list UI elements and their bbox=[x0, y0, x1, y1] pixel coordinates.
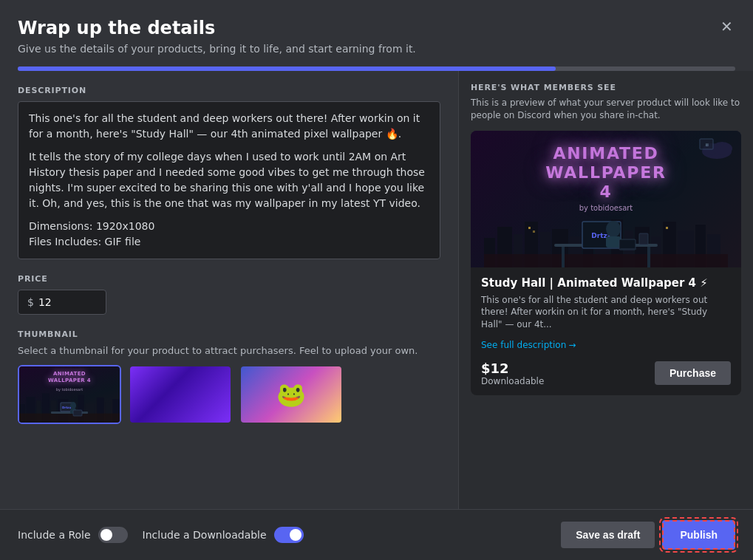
product-card-body: Study Hall | Animated Wallpaper 4 ⚡ This… bbox=[471, 267, 741, 395]
modal-body: DESCRIPTION This one's for all the stude… bbox=[0, 71, 753, 509]
thumb1-figure: Drtza bbox=[47, 395, 92, 421]
thumbnail-label: THUMBNAIL bbox=[18, 329, 440, 339]
include-downloadable-label: Include a Downloadable bbox=[143, 529, 267, 541]
progress-bar-container bbox=[18, 66, 735, 71]
preview-label: HERE'S WHAT MEMBERS SEE bbox=[471, 83, 741, 92]
description-paragraph-3: Dimensions: 1920x1080Files Includes: GIF… bbox=[29, 219, 429, 250]
thumb3-emoji: 🐸 bbox=[276, 380, 306, 409]
top-right-decor: 🖥 bbox=[697, 134, 719, 157]
svg-rect-41 bbox=[528, 227, 531, 229]
modal-header: Wrap up the details Give us the details … bbox=[0, 0, 753, 71]
svg-rect-53 bbox=[639, 233, 648, 245]
thumbnail-item-1[interactable]: ANIMATEDWALLPAPER 4 by tobidoesart bbox=[18, 365, 121, 424]
svg-rect-56 bbox=[619, 239, 636, 250]
price-label: PRICE bbox=[18, 274, 440, 284]
include-role-group: Include a Role bbox=[18, 527, 128, 543]
modal: Wrap up the details Give us the details … bbox=[0, 0, 753, 560]
thumbnail-section: THUMBNAIL Select a thumbnail for your pr… bbox=[18, 329, 440, 424]
product-image-title-line1: ANIMATED bbox=[539, 144, 674, 163]
progress-bar-fill bbox=[18, 66, 556, 71]
save-as-draft-button[interactable]: Save as draft bbox=[561, 522, 655, 548]
svg-point-17 bbox=[70, 402, 76, 409]
svg-rect-47 bbox=[647, 247, 650, 267]
thumbnail-item-3[interactable]: 🐸 bbox=[239, 365, 343, 424]
footer-left: Include a Role Include a Downloadable bbox=[18, 527, 304, 543]
price-input-wrap[interactable]: $ 12 bbox=[18, 290, 106, 315]
include-role-knob bbox=[100, 529, 112, 541]
product-image-title-line2: WALLPAPER 4 bbox=[539, 163, 674, 202]
svg-text:Drtza: Drtza bbox=[62, 406, 72, 409]
currency-symbol: $ bbox=[27, 296, 34, 308]
include-role-label: Include a Role bbox=[18, 529, 91, 541]
price-section: PRICE $ 12 bbox=[18, 274, 440, 315]
thumb1-title: ANIMATEDWALLPAPER 4 bbox=[48, 371, 91, 384]
description-paragraph-1: This one's for all the student and deep … bbox=[29, 111, 429, 142]
arrow-right-icon: → bbox=[568, 340, 576, 350]
preview-description: This is a preview of what your server pr… bbox=[471, 97, 741, 122]
thumbnail-item-2[interactable] bbox=[129, 365, 232, 424]
svg-rect-57 bbox=[620, 248, 636, 250]
left-panel: DESCRIPTION This one's for all the stude… bbox=[0, 71, 458, 509]
thumbnail-grid: ANIMATEDWALLPAPER 4 by tobidoesart bbox=[18, 365, 440, 424]
publish-button[interactable]: Publish bbox=[662, 520, 735, 550]
purchase-button[interactable]: Purchase bbox=[655, 361, 731, 385]
svg-rect-55 bbox=[606, 236, 621, 247]
description-box[interactable]: This one's for all the student and deep … bbox=[18, 101, 440, 259]
product-image-title-block: ANIMATED WALLPAPER 4 by tobidoesart bbox=[539, 144, 674, 212]
close-button[interactable]: ✕ bbox=[715, 15, 738, 38]
description-section: DESCRIPTION This one's for all the stude… bbox=[18, 86, 440, 259]
include-role-toggle[interactable] bbox=[98, 527, 128, 543]
svg-rect-13 bbox=[51, 412, 88, 414]
modal-subtitle: Give us the details of your products, br… bbox=[18, 43, 735, 55]
thumbnail-description: Select a thumbnail for your product to a… bbox=[18, 345, 440, 356]
product-title: Study Hall | Animated Wallpaper 4 ⚡ bbox=[481, 276, 731, 290]
price-row: $12 Downloadable Purchase bbox=[481, 361, 731, 386]
svg-text:🖥: 🖥 bbox=[705, 143, 709, 147]
include-downloadable-toggle[interactable] bbox=[274, 527, 304, 543]
svg-point-54 bbox=[606, 221, 621, 237]
product-image-subtitle: by tobidoesart bbox=[539, 204, 674, 212]
see-full-description-link[interactable]: See full description → bbox=[481, 340, 576, 350]
price-block: $12 Downloadable bbox=[481, 361, 544, 386]
description-label: DESCRIPTION bbox=[18, 86, 440, 95]
price-value: 12 bbox=[38, 296, 52, 308]
product-price: $12 bbox=[481, 361, 544, 376]
modal-title: Wrap up the details bbox=[18, 18, 735, 38]
svg-rect-19 bbox=[73, 410, 82, 416]
svg-rect-46 bbox=[562, 247, 565, 267]
downloadable-label: Downloadable bbox=[481, 376, 544, 386]
right-panel: HERE'S WHAT MEMBERS SEE This is a previe… bbox=[458, 71, 753, 509]
product-card-description: This one's for all the student and deep … bbox=[481, 294, 731, 331]
see-full-desc-text: See full description bbox=[481, 340, 566, 350]
include-downloadable-group: Include a Downloadable bbox=[143, 527, 304, 543]
include-downloadable-knob bbox=[290, 529, 301, 541]
footer-right: Save as draft Publish bbox=[561, 520, 735, 550]
modal-footer: Include a Role Include a Downloadable Sa… bbox=[0, 509, 753, 560]
product-card: ANIMATED WALLPAPER 4 by tobidoesart bbox=[471, 131, 741, 395]
product-image: ANIMATED WALLPAPER 4 by tobidoesart bbox=[471, 131, 741, 267]
description-paragraph-2: It tells the story of my college days wh… bbox=[29, 149, 429, 211]
